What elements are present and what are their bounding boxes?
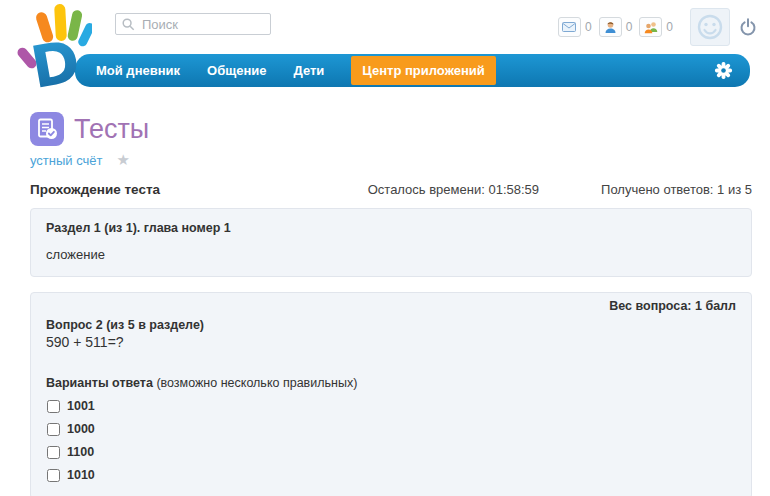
app-title-row: Тесты	[30, 112, 752, 146]
answer-checkbox-2[interactable]	[47, 423, 60, 436]
person-icon	[604, 21, 617, 34]
answer-checkbox-1[interactable]	[47, 400, 60, 413]
groups-count: 0	[666, 20, 673, 34]
answer-checkbox-4[interactable]	[47, 469, 60, 482]
time-left-value: 01:58:59	[488, 182, 539, 197]
section-panel: Раздел 1 (из 1). глава номер 1 сложение	[30, 208, 752, 277]
nav-item-children[interactable]: Дети	[293, 63, 324, 78]
test-progress-heading: Прохождение теста	[30, 182, 160, 197]
answers-received: Получено ответов: 1 из 5	[601, 182, 752, 197]
search-input[interactable]	[140, 16, 264, 33]
answer-option-row[interactable]: 1001	[46, 399, 736, 413]
question-title: Вопрос 2 (из 5 в разделе)	[46, 318, 736, 332]
logout-button[interactable]	[739, 18, 757, 36]
nav-item-my-diary[interactable]: Мой дневник	[96, 63, 180, 78]
answer-option-label: 1100	[67, 445, 94, 459]
answer-option-label: 1001	[67, 399, 95, 413]
tests-app-icon	[30, 112, 64, 146]
friends-count: 0	[626, 20, 633, 34]
nav-item-communication[interactable]: Общение	[207, 63, 266, 78]
answers-label: Получено ответов:	[601, 182, 713, 197]
question-text: 590 + 511=?	[46, 334, 736, 350]
nav-item-app-center[interactable]: Центр приложений	[351, 56, 495, 85]
page-title: Тесты	[74, 114, 149, 145]
main-navbar: Мой дневник Общение Дети Центр приложени…	[75, 54, 750, 87]
answer-option-label: 1000	[67, 422, 95, 436]
friends-button[interactable]	[599, 17, 622, 37]
page: D 0 0	[0, 0, 770, 496]
search-icon	[122, 18, 135, 31]
power-icon	[739, 18, 757, 36]
answer-option-row[interactable]: 1010	[46, 468, 736, 482]
options-label: Варианты ответа (возможно несколько прав…	[46, 376, 736, 390]
mail-icon	[562, 22, 576, 32]
avatar[interactable]	[690, 8, 730, 46]
main-content: Тесты устный счёт ★ Прохождение теста Ос…	[30, 112, 752, 496]
test-status-row: Прохождение теста Осталось времени: 01:5…	[30, 182, 752, 197]
options-label-note: (возможно несколько правильных)	[153, 376, 357, 390]
people-icon	[644, 21, 658, 34]
section-title: Раздел 1 (из 1). глава номер 1	[46, 221, 736, 235]
answer-option-row[interactable]: 1000	[46, 422, 736, 436]
answer-checkbox-3[interactable]	[47, 446, 60, 459]
time-left-label: Осталось времени:	[368, 182, 485, 197]
section-name: сложение	[46, 247, 736, 262]
mail-count: 0	[585, 20, 592, 34]
gear-icon	[714, 61, 733, 80]
breadcrumb: устный счёт ★	[30, 151, 752, 169]
groups-button[interactable]	[639, 17, 662, 37]
smiley-icon	[696, 13, 724, 41]
test-name-link[interactable]: устный счёт	[30, 153, 103, 168]
answer-option-row[interactable]: 1100	[46, 445, 736, 459]
question-weight: Вес вопроса: 1 балл	[46, 299, 736, 313]
time-left: Осталось времени: 01:58:59	[368, 182, 539, 197]
answers-value: 1 из 5	[717, 182, 752, 197]
search-box[interactable]	[115, 13, 271, 35]
header-status-icons: 0 0 0	[558, 7, 757, 47]
dnevnik-logo-icon[interactable]: D	[12, 0, 92, 90]
favorite-star-icon[interactable]: ★	[117, 151, 130, 169]
mail-button[interactable]	[558, 17, 581, 37]
question-panel: Вес вопроса: 1 балл Вопрос 2 (из 5 в раз…	[30, 292, 752, 496]
options-label-bold: Варианты ответа	[46, 376, 153, 390]
settings-button[interactable]	[714, 61, 733, 80]
answer-option-label: 1010	[67, 468, 95, 482]
